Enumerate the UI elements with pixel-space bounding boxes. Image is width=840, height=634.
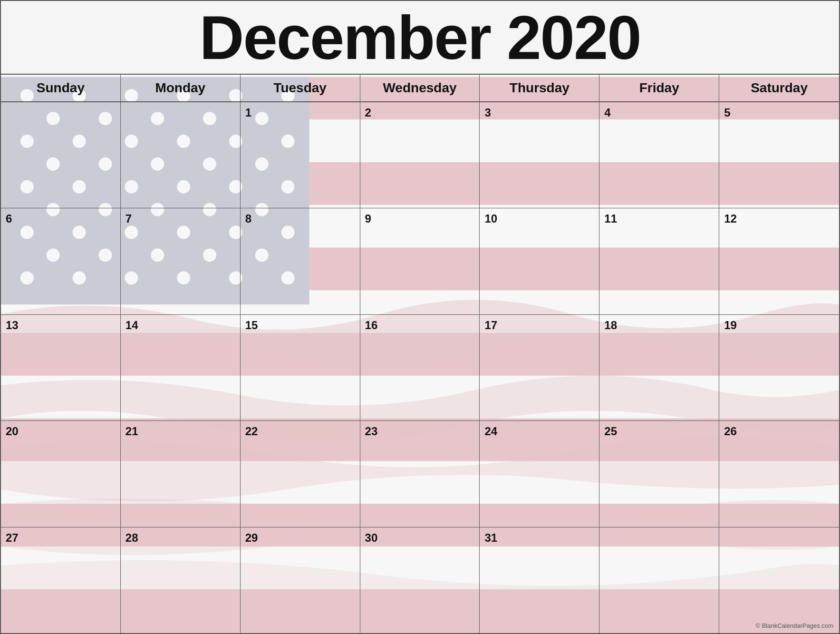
day-number: 11 xyxy=(604,212,617,225)
day-cell-14: 14 xyxy=(121,315,241,420)
day-number: 24 xyxy=(484,425,497,438)
day-cell-29: 29 xyxy=(241,527,360,633)
day-number: 10 xyxy=(484,212,497,225)
day-cell-13: 13 xyxy=(1,315,121,420)
day-cell-4: 4 xyxy=(599,102,719,208)
day-number: 8 xyxy=(245,212,251,225)
week-row-3: 13141516171819 xyxy=(1,315,839,421)
watermark: © BlankCalendarPages.com xyxy=(756,622,834,629)
day-cell-21: 21 xyxy=(121,421,241,527)
day-number: 22 xyxy=(245,425,258,438)
day-cell-10: 10 xyxy=(480,208,599,314)
day-cell-7: 7 xyxy=(121,208,241,314)
day-number: 20 xyxy=(6,425,19,438)
empty-cell xyxy=(719,527,839,633)
day-cell-30: 30 xyxy=(360,527,480,633)
week-row-1: 12345 xyxy=(1,102,839,208)
calendar-grid: SundayMondayTuesdayWednesdayThursdayFrid… xyxy=(1,75,839,633)
day-number: 31 xyxy=(484,531,497,544)
day-cell-11: 11 xyxy=(599,208,719,314)
day-cell-15: 15 xyxy=(241,315,360,420)
day-cell-31: 31 xyxy=(480,527,599,633)
day-cell-27: 27 xyxy=(1,527,121,633)
empty-cell xyxy=(121,102,241,208)
day-number: 23 xyxy=(365,425,378,438)
day-number: 27 xyxy=(6,531,19,544)
calendar-header: December 2020 xyxy=(1,1,839,75)
day-header-thursday: Thursday xyxy=(480,75,599,101)
day-cell-2: 2 xyxy=(360,102,480,208)
day-number: 29 xyxy=(245,531,258,544)
day-number: 2 xyxy=(365,106,371,119)
day-cell-16: 16 xyxy=(360,315,480,420)
calendar-title: December 2020 xyxy=(200,2,641,73)
empty-cell xyxy=(599,527,719,633)
day-number: 4 xyxy=(604,106,610,119)
day-header-friday: Friday xyxy=(599,75,719,101)
day-number: 26 xyxy=(724,425,737,438)
week-row-2: 6789101112 xyxy=(1,208,839,314)
days-header: SundayMondayTuesdayWednesdayThursdayFrid… xyxy=(1,75,839,102)
day-number: 9 xyxy=(365,212,371,225)
day-number: 1 xyxy=(245,106,251,119)
day-number: 16 xyxy=(365,319,378,332)
day-cell-19: 19 xyxy=(719,315,839,420)
day-number: 18 xyxy=(604,319,617,332)
day-number: 21 xyxy=(126,425,138,438)
empty-cell xyxy=(1,102,121,208)
day-cell-1: 1 xyxy=(241,102,360,208)
day-cell-25: 25 xyxy=(599,421,719,527)
day-cell-24: 24 xyxy=(480,421,599,527)
calendar-container: December 2020 SundayMondayTuesdayWednesd… xyxy=(0,0,840,634)
day-number: 19 xyxy=(724,319,737,332)
day-cell-9: 9 xyxy=(360,208,480,314)
day-header-sunday: Sunday xyxy=(1,75,121,101)
day-cell-23: 23 xyxy=(360,421,480,527)
day-number: 25 xyxy=(604,425,617,438)
day-header-wednesday: Wednesday xyxy=(360,75,480,101)
day-cell-28: 28 xyxy=(121,527,241,633)
day-cell-20: 20 xyxy=(1,421,121,527)
day-cell-8: 8 xyxy=(241,208,360,314)
day-number: 3 xyxy=(484,106,491,119)
day-cell-5: 5 xyxy=(719,102,839,208)
day-number: 30 xyxy=(365,531,378,544)
week-row-5: 2728293031 xyxy=(1,527,839,633)
day-cell-3: 3 xyxy=(480,102,599,208)
day-number: 15 xyxy=(245,319,258,332)
day-header-tuesday: Tuesday xyxy=(241,75,360,101)
day-number: 6 xyxy=(6,212,12,225)
day-number: 13 xyxy=(6,319,19,332)
day-cell-6: 6 xyxy=(1,208,121,314)
day-number: 7 xyxy=(126,212,132,225)
day-cell-26: 26 xyxy=(719,421,839,527)
day-header-monday: Monday xyxy=(121,75,241,101)
week-row-4: 20212223242526 xyxy=(1,421,839,527)
weeks-container: 1234567891011121314151617181920212223242… xyxy=(1,102,839,633)
day-cell-18: 18 xyxy=(599,315,719,420)
day-number: 12 xyxy=(724,212,737,225)
day-cell-12: 12 xyxy=(719,208,839,314)
day-header-saturday: Saturday xyxy=(719,75,839,101)
day-number: 5 xyxy=(724,106,730,119)
day-number: 14 xyxy=(126,319,138,332)
day-cell-17: 17 xyxy=(480,315,599,420)
day-number: 17 xyxy=(484,319,497,332)
day-cell-22: 22 xyxy=(241,421,360,527)
day-number: 28 xyxy=(126,531,138,544)
